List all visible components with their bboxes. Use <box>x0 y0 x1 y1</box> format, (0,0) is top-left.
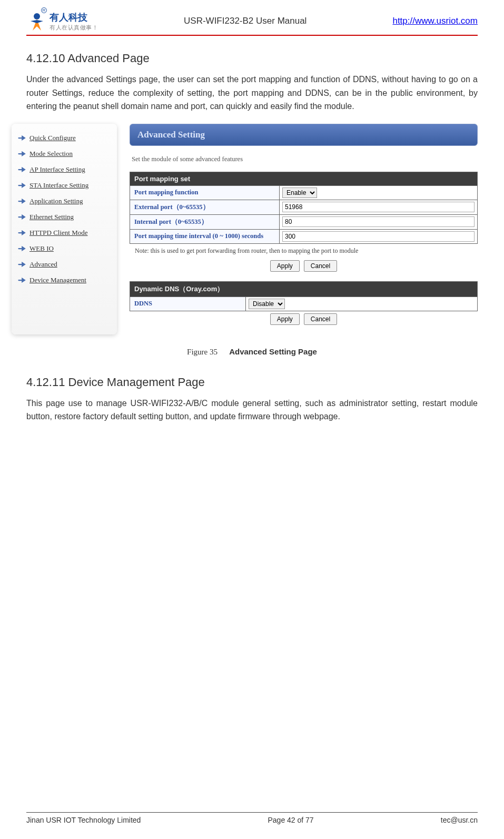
sidebar-item-advanced[interactable]: Advanced <box>18 256 107 272</box>
figure-title: Advanced Setting Page <box>229 347 317 356</box>
sidebar-item-label: Device Management <box>29 276 86 284</box>
section-text-advanced-page: Under the advanced Settings page, the us… <box>26 73 478 113</box>
arrow-right-icon <box>18 166 26 173</box>
port-mapping-table: Port mapping set Port mapping functionEn… <box>130 172 478 244</box>
sidebar-item-label: Quick Configure <box>29 134 76 142</box>
footer-email: tec@usr.cn <box>441 816 478 824</box>
sidebar-item-sta-interface-setting[interactable]: STA Interface Setting <box>18 177 107 193</box>
port-mapping-input-3[interactable] <box>282 231 475 242</box>
port-mapping-input-1[interactable] <box>282 202 475 212</box>
sidebar-item-label: Mode Selection <box>29 150 73 158</box>
sidebar-item-application-setting[interactable]: Application Setting <box>18 193 107 209</box>
section-text-device-management: This page use to manage USR-WIFI232-A/B/… <box>26 397 478 423</box>
arrow-right-icon <box>18 135 26 141</box>
port-mapping-input-2[interactable] <box>282 216 475 227</box>
table-label: External port（0~65535） <box>130 200 280 214</box>
svg-point-0 <box>34 13 40 19</box>
arrow-right-icon <box>18 245 26 252</box>
logo-icon <box>26 11 47 32</box>
sidebar-item-label: Advanced <box>29 260 57 269</box>
sidebar-item-device-management[interactable]: Device Management <box>18 272 107 288</box>
cancel-button-2[interactable]: Cancel <box>304 313 337 325</box>
footer-page-number: Page 42 of 77 <box>268 816 313 824</box>
sidebar-item-web-io[interactable]: WEB IO <box>18 241 107 256</box>
apply-button-2[interactable]: Apply <box>270 313 300 325</box>
sidebar-item-label: Application Setting <box>29 197 83 205</box>
footer-company: Jinan USR IOT Technology Limited <box>26 816 141 824</box>
header-link[interactable]: http://www.usriot.com <box>392 16 478 26</box>
table-label: Port mapping function <box>130 186 280 200</box>
arrow-right-icon <box>18 182 26 189</box>
cancel-button[interactable]: Cancel <box>304 260 337 272</box>
arrow-right-icon <box>18 230 26 236</box>
sidebar-item-ethernet-setting[interactable]: Ethernet Setting <box>18 209 107 225</box>
sidebar-item-quick-configure[interactable]: Quick Configure <box>18 130 107 146</box>
page-footer: Jinan USR IOT Technology Limited Page 42… <box>26 812 478 824</box>
apply-button[interactable]: Apply <box>270 260 300 272</box>
sidebar-item-ap-interface-setting[interactable]: AP Interface Setting <box>18 162 107 177</box>
port-mapping-function-select[interactable]: Enable <box>282 187 317 198</box>
logo: R 有人科技 有人在认真做事！ <box>26 11 98 32</box>
port-mapping-note: Note: this is used to get port forwardin… <box>135 247 478 255</box>
sidebar-item-label: AP Interface Setting <box>29 165 85 174</box>
registered-icon: R <box>41 7 47 13</box>
ddns-header: Dynamic DNS（Oray.com） <box>130 282 477 297</box>
arrow-right-icon <box>18 261 26 268</box>
sidebar-nav: Quick ConfigureMode SelectionAP Interfac… <box>12 124 117 334</box>
config-panel: Advanced Setting Set the module of some … <box>130 124 478 334</box>
arrow-right-icon <box>18 214 26 220</box>
ddns-label: DDNS <box>130 297 246 311</box>
panel-desc: Set the module of some advanced features <box>132 155 478 163</box>
port-mapping-header: Port mapping set <box>130 172 477 185</box>
section-heading-advanced-page: 4.12.10 Advanced Page <box>26 52 478 65</box>
ddns-table: Dynamic DNS（Oray.com） DDNS Disable <box>130 281 478 311</box>
arrow-right-icon <box>18 151 26 157</box>
ddns-select[interactable]: Disable <box>249 299 285 309</box>
sidebar-item-label: Ethernet Setting <box>29 213 74 221</box>
figure-caption: Figure 35 Advanced Setting Page <box>26 347 478 357</box>
sidebar-item-mode-selection[interactable]: Mode Selection <box>18 146 107 162</box>
figure-number: Figure 35 <box>187 348 218 356</box>
sidebar-item-httpd-client-mode[interactable]: HTTPD Client Mode <box>18 225 107 241</box>
arrow-right-icon <box>18 198 26 204</box>
screenshot-advanced-setting: Quick ConfigureMode SelectionAP Interfac… <box>12 124 478 334</box>
table-label: Port mapping time interval (0 ~ 1000) se… <box>130 230 280 243</box>
panel-heading: Advanced Setting <box>130 124 478 146</box>
arrow-right-icon <box>18 277 26 283</box>
sidebar-item-label: HTTPD Client Mode <box>29 229 88 237</box>
sidebar-item-label: WEB IO <box>29 244 54 253</box>
logo-text-sub: 有人在认真做事！ <box>50 24 98 32</box>
section-heading-device-management: 4.12.11 Device Management Page <box>26 376 478 389</box>
manual-title: USR-WIFI232-B2 User Manual <box>98 16 392 26</box>
table-label: Internal port（0~65535） <box>130 215 280 229</box>
logo-text-cn: 有人科技 <box>50 11 98 24</box>
sidebar-item-label: STA Interface Setting <box>29 181 88 190</box>
page-header: R 有人科技 有人在认真做事！ USR-WIFI232-B2 User Manu… <box>26 11 478 36</box>
